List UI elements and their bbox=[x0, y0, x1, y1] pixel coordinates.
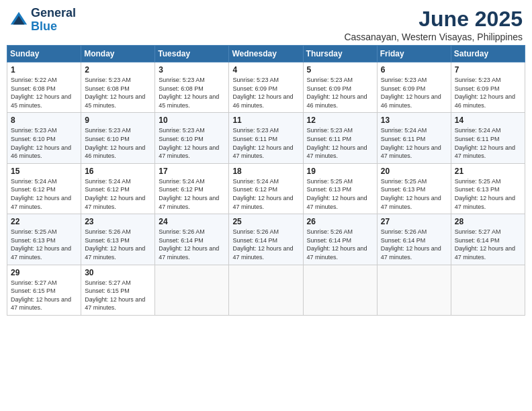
day-number: 10 bbox=[159, 116, 225, 125]
day-number: 17 bbox=[159, 167, 225, 176]
location-subtitle: Cassanayan, Western Visayas, Philippines bbox=[344, 32, 523, 42]
day-number: 27 bbox=[381, 217, 447, 226]
day-number: 2 bbox=[85, 65, 151, 75]
sunrise-label: Sunrise: 5:25 AM bbox=[307, 178, 353, 185]
day-number: 14 bbox=[455, 116, 521, 125]
weekday-header-sunday: Sunday bbox=[7, 46, 81, 62]
sunrise-label: Sunrise: 5:23 AM bbox=[455, 77, 501, 83]
day-number: 7 bbox=[455, 65, 521, 75]
weekday-header-tuesday: Tuesday bbox=[155, 46, 229, 62]
sunset-label: Sunset: 6:12 PM bbox=[85, 186, 130, 193]
sunset-label: Sunset: 6:14 PM bbox=[159, 237, 204, 244]
day-info: Sunrise: 5:23 AM Sunset: 6:11 PM Dayligh… bbox=[232, 126, 299, 160]
day-number: 1 bbox=[11, 65, 77, 75]
calendar-cell: 1 Sunrise: 5:22 AM Sunset: 6:08 PM Dayli… bbox=[7, 62, 81, 113]
daylight-label: Daylight: 12 hours and 47 minutes. bbox=[307, 195, 367, 210]
day-number: 26 bbox=[307, 217, 373, 226]
day-info: Sunrise: 5:23 AM Sunset: 6:09 PM Dayligh… bbox=[307, 76, 373, 109]
day-info: Sunrise: 5:23 AM Sunset: 6:10 PM Dayligh… bbox=[11, 126, 77, 160]
sunset-label: Sunset: 6:11 PM bbox=[381, 136, 426, 142]
day-info: Sunrise: 5:25 AM Sunset: 6:13 PM Dayligh… bbox=[381, 177, 447, 211]
day-number: 24 bbox=[159, 217, 225, 226]
calendar-week-5: 29 Sunrise: 5:27 AM Sunset: 6:15 PM Dayl… bbox=[7, 265, 525, 315]
calendar-cell: 7 Sunrise: 5:23 AM Sunset: 6:09 PM Dayli… bbox=[451, 62, 525, 113]
calendar-cell bbox=[377, 265, 451, 315]
weekday-header-saturday: Saturday bbox=[451, 46, 525, 62]
sunset-label: Sunset: 6:13 PM bbox=[11, 237, 56, 244]
calendar-cell bbox=[303, 265, 377, 315]
sunrise-label: Sunrise: 5:24 AM bbox=[11, 178, 57, 185]
day-info: Sunrise: 5:23 AM Sunset: 6:08 PM Dayligh… bbox=[159, 76, 225, 109]
day-info: Sunrise: 5:22 AM Sunset: 6:08 PM Dayligh… bbox=[11, 76, 77, 109]
weekday-header-monday: Monday bbox=[81, 46, 155, 62]
day-info: Sunrise: 5:23 AM Sunset: 6:08 PM Dayligh… bbox=[85, 76, 151, 109]
sunset-label: Sunset: 6:11 PM bbox=[232, 136, 277, 142]
calendar-cell: 20 Sunrise: 5:25 AM Sunset: 6:13 PM Dayl… bbox=[377, 163, 451, 214]
calendar-cell bbox=[451, 265, 525, 315]
day-number: 12 bbox=[307, 116, 373, 125]
day-number: 6 bbox=[381, 65, 447, 75]
sunset-label: Sunset: 6:09 PM bbox=[307, 85, 352, 92]
calendar-cell: 27 Sunrise: 5:26 AM Sunset: 6:14 PM Dayl… bbox=[377, 214, 451, 265]
day-info: Sunrise: 5:27 AM Sunset: 6:15 PM Dayligh… bbox=[11, 279, 77, 312]
day-info: Sunrise: 5:24 AM Sunset: 6:12 PM Dayligh… bbox=[85, 177, 151, 211]
page-header: General Blue June 2025 Cassanayan, Weste… bbox=[7, 7, 525, 42]
day-info: Sunrise: 5:25 AM Sunset: 6:13 PM Dayligh… bbox=[307, 177, 373, 211]
day-info: Sunrise: 5:26 AM Sunset: 6:14 PM Dayligh… bbox=[381, 228, 447, 261]
sunset-label: Sunset: 6:09 PM bbox=[455, 85, 500, 92]
sunset-label: Sunset: 6:12 PM bbox=[159, 186, 204, 193]
day-number: 5 bbox=[307, 65, 373, 75]
day-number: 3 bbox=[159, 65, 225, 75]
sunset-label: Sunset: 6:15 PM bbox=[85, 287, 130, 294]
daylight-label: Daylight: 12 hours and 45 minutes. bbox=[159, 93, 219, 109]
day-info: Sunrise: 5:27 AM Sunset: 6:15 PM Dayligh… bbox=[85, 279, 151, 312]
calendar-week-1: 1 Sunrise: 5:22 AM Sunset: 6:08 PM Dayli… bbox=[7, 62, 525, 113]
sunset-label: Sunset: 6:13 PM bbox=[381, 186, 426, 193]
calendar-table: SundayMondayTuesdayWednesdayThursdayFrid… bbox=[7, 45, 525, 316]
daylight-label: Daylight: 12 hours and 47 minutes. bbox=[455, 245, 515, 261]
daylight-label: Daylight: 12 hours and 47 minutes. bbox=[232, 245, 293, 261]
sunrise-label: Sunrise: 5:23 AM bbox=[11, 127, 57, 134]
daylight-label: Daylight: 12 hours and 46 minutes. bbox=[85, 144, 145, 160]
day-number: 30 bbox=[85, 268, 151, 277]
daylight-label: Daylight: 12 hours and 46 minutes. bbox=[11, 144, 71, 160]
daylight-label: Daylight: 12 hours and 47 minutes. bbox=[11, 245, 71, 261]
day-number: 15 bbox=[11, 167, 77, 176]
calendar-cell: 11 Sunrise: 5:23 AM Sunset: 6:11 PM Dayl… bbox=[229, 113, 303, 163]
daylight-label: Daylight: 12 hours and 47 minutes. bbox=[455, 195, 515, 210]
day-number: 29 bbox=[11, 268, 77, 277]
day-number: 16 bbox=[85, 167, 151, 176]
calendar-cell: 28 Sunrise: 5:27 AM Sunset: 6:14 PM Dayl… bbox=[451, 214, 525, 265]
sunrise-label: Sunrise: 5:23 AM bbox=[159, 77, 205, 83]
sunrise-label: Sunrise: 5:23 AM bbox=[307, 127, 353, 134]
weekday-header-friday: Friday bbox=[377, 46, 451, 62]
calendar-cell: 12 Sunrise: 5:23 AM Sunset: 6:11 PM Dayl… bbox=[303, 113, 377, 163]
calendar-week-3: 15 Sunrise: 5:24 AM Sunset: 6:12 PM Dayl… bbox=[7, 163, 525, 214]
day-number: 9 bbox=[85, 116, 151, 125]
sunset-label: Sunset: 6:14 PM bbox=[455, 237, 500, 244]
day-number: 11 bbox=[232, 116, 299, 125]
calendar-cell: 17 Sunrise: 5:24 AM Sunset: 6:12 PM Dayl… bbox=[155, 163, 229, 214]
sunset-label: Sunset: 6:11 PM bbox=[307, 136, 352, 142]
daylight-label: Daylight: 12 hours and 47 minutes. bbox=[11, 296, 71, 312]
sunrise-label: Sunrise: 5:23 AM bbox=[232, 77, 279, 83]
sunrise-label: Sunrise: 5:22 AM bbox=[11, 77, 57, 83]
day-info: Sunrise: 5:23 AM Sunset: 6:10 PM Dayligh… bbox=[159, 126, 225, 160]
sunrise-label: Sunrise: 5:24 AM bbox=[455, 127, 501, 134]
daylight-label: Daylight: 12 hours and 47 minutes. bbox=[159, 144, 219, 160]
daylight-label: Daylight: 12 hours and 45 minutes. bbox=[11, 93, 71, 109]
sunset-label: Sunset: 6:10 PM bbox=[159, 136, 204, 142]
calendar-cell: 26 Sunrise: 5:26 AM Sunset: 6:14 PM Dayl… bbox=[303, 214, 377, 265]
calendar-cell: 6 Sunrise: 5:23 AM Sunset: 6:09 PM Dayli… bbox=[377, 62, 451, 113]
daylight-label: Daylight: 12 hours and 47 minutes. bbox=[232, 144, 293, 160]
sunrise-label: Sunrise: 5:24 AM bbox=[232, 178, 279, 185]
sunset-label: Sunset: 6:13 PM bbox=[307, 186, 352, 193]
daylight-label: Daylight: 12 hours and 46 minutes. bbox=[232, 93, 293, 109]
weekday-header-thursday: Thursday bbox=[303, 46, 377, 62]
day-number: 21 bbox=[455, 167, 521, 176]
calendar-cell: 5 Sunrise: 5:23 AM Sunset: 6:09 PM Dayli… bbox=[303, 62, 377, 113]
weekday-header-wednesday: Wednesday bbox=[229, 46, 303, 62]
sunset-label: Sunset: 6:15 PM bbox=[11, 287, 56, 294]
calendar-cell: 24 Sunrise: 5:26 AM Sunset: 6:14 PM Dayl… bbox=[155, 214, 229, 265]
daylight-label: Daylight: 12 hours and 47 minutes. bbox=[381, 245, 441, 261]
